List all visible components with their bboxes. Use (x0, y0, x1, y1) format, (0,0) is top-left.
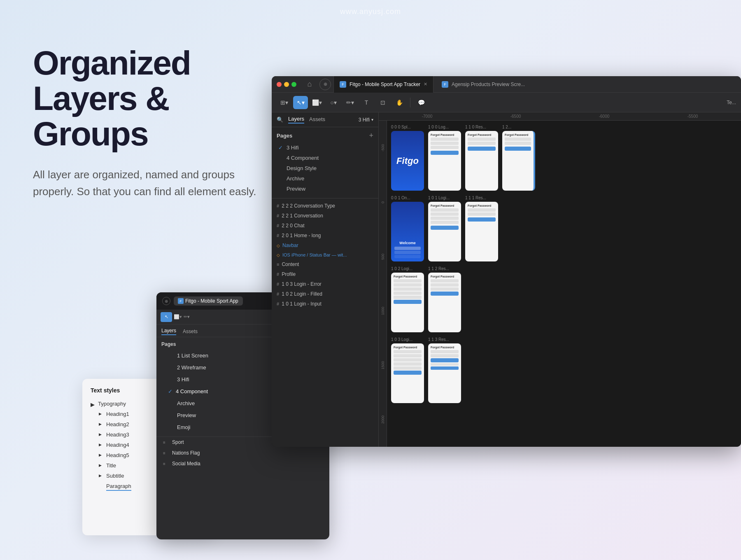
figma-body: 🔍 Layers Assets 3 Hifi ▾ Pages + ✓ 3 Hif… (272, 112, 741, 447)
layer-profile[interactable]: # Profile (272, 269, 378, 279)
screen-row1: Fitgo Forgot Password Forgot Passw (391, 131, 535, 191)
12x-input2 (505, 142, 531, 145)
mid-layer-social[interactable]: ≡ Social Media (156, 458, 329, 469)
mid-frame-tool[interactable]: ⬜▾ (174, 314, 182, 320)
layer-103-login-error[interactable]: # 1 0 3 Login - Error (272, 279, 378, 289)
layer-navbar[interactable]: ◇ Navbar (272, 240, 378, 250)
close-dot[interactable] (277, 82, 282, 87)
diamond-icon: ◇ (277, 253, 280, 257)
mid-tab-assets[interactable]: Assets (183, 329, 198, 334)
screen-label-000: 0 0 0 Spl... (391, 125, 424, 129)
103-button (394, 371, 422, 375)
hero-title: Organized Layers & Groups (33, 45, 272, 152)
check-placeholder: ✓ (278, 155, 284, 161)
113-input1 (431, 350, 459, 353)
hash-icon: # (277, 282, 279, 287)
hash-icon: # (277, 213, 279, 218)
102-input2 (394, 283, 422, 287)
layer-201-home-long[interactable]: # 2 0 1 Home - long (272, 231, 378, 240)
mid-tab-layers[interactable]: Layers (161, 328, 176, 335)
hero-title-line1: Organized (33, 44, 191, 82)
102-button (394, 300, 422, 304)
pages-add-button[interactable]: + (369, 131, 373, 140)
screen-label-111: 1 1 1 Res... (465, 196, 498, 200)
move-tool-btn[interactable]: ↖▾ (293, 96, 308, 109)
layer-220-chat[interactable]: # 2 2 0 Chat (272, 221, 378, 231)
hand-tool-btn[interactable]: ✋ (392, 96, 407, 109)
globe-tab[interactable]: ⊕ (319, 79, 331, 90)
113-title: Forgot Password (431, 346, 459, 349)
mid-move-tool[interactable]: ↖ (161, 312, 172, 322)
globe-icon-mid: ⊕ (162, 297, 170, 305)
component-tool-btn[interactable]: ⊡ (375, 96, 390, 109)
screen-row3: Forgot Password Forgot Password (391, 273, 535, 332)
panel-tabs-row: 🔍 Layers Assets 3 Hifi ▾ (272, 112, 378, 127)
page-item-preview[interactable]: ✓ Preview (277, 184, 373, 194)
lines-icon: ≡ (277, 262, 279, 267)
tab-layers[interactable]: Layers (288, 116, 304, 124)
ruler-tick: -6000 (560, 114, 648, 119)
login-input1 (431, 208, 459, 212)
tab-close-icon[interactable]: ✕ (424, 82, 427, 87)
lines-icon: ≡ (163, 440, 169, 445)
figma-left-panel: 🔍 Layers Assets 3 Hifi ▾ Pages + ✓ 3 Hif… (272, 112, 379, 447)
page-item-archive[interactable]: ✓ Archive (277, 173, 373, 184)
layer-102-login-filled[interactable]: # 1 0 2 Login - Filled (272, 289, 378, 299)
hifi-badge[interactable]: 3 Hifi ▾ (359, 117, 373, 123)
screen-splash: Fitgo (391, 131, 424, 191)
screen-res-110: Forgot Password (465, 131, 498, 191)
arrow-icon: ▶ (99, 474, 104, 478)
text-tool-btn[interactable]: T (359, 96, 374, 109)
screen-102-login: Forgot Password (391, 273, 424, 332)
screen-103-login: Forgot Password (391, 343, 424, 403)
103-input4 (394, 362, 422, 366)
res-button (468, 147, 496, 151)
tab-agensip[interactable]: F Agensip Products Preview Scre... (436, 76, 531, 93)
page-item-design-style[interactable]: ✓ Design Style (277, 163, 373, 173)
arrow-icon: ▶ (99, 432, 104, 437)
select-tool-btn[interactable]: ⊞▾ (277, 96, 291, 109)
arrow-icon: ▶ (91, 401, 96, 406)
layer-101-login-input[interactable]: # 1 0 1 Login - Input (272, 299, 378, 309)
check-placeholder: ✓ (168, 413, 174, 418)
102-input3 (394, 287, 422, 291)
screen-label-12x: 1 2... (502, 125, 535, 129)
ruler-tick-v: 2000 (381, 392, 385, 447)
figma-titlebar: ⌂ ⊕ F Fitgo - Mobile Sport App Tracker ✕… (272, 76, 741, 93)
mid-pages-label: Pages (161, 341, 176, 347)
page-item-4component[interactable]: ✓ 4 Component (277, 153, 373, 163)
ruler-tick-v: -500 (381, 121, 385, 175)
hash-icon: # (277, 292, 279, 296)
mid-layer-nations[interactable]: ≡ Nations Flag (156, 448, 329, 458)
check-placeholder: ✓ (168, 401, 174, 406)
home-tab[interactable]: ⌂ (302, 77, 317, 92)
pen-tool-btn[interactable]: ✏▾ (343, 96, 357, 109)
screen-111-res: Forgot Password (465, 202, 498, 261)
fp-button (431, 151, 459, 155)
layer-221-conversation[interactable]: # 2 2 1 Conversation (272, 211, 378, 221)
frame-tool-btn[interactable]: ⬜▾ (310, 96, 324, 109)
figma-icon-mid: F (178, 298, 184, 304)
maximize-dot[interactable] (291, 82, 296, 87)
mid-tab-fitgo[interactable]: F Fitgo - Mobile Sport App (174, 296, 243, 306)
12x-input1 (505, 138, 531, 141)
page-item-3hifi[interactable]: ✓ 3 Hifi (277, 142, 373, 153)
layer-ios-statusbar[interactable]: ◇ IOS iPhone / Status Bar — wit... (272, 250, 378, 259)
screen-label-002: 1 0 2 Logi... (391, 266, 424, 271)
check-icon: ✓ (168, 388, 172, 394)
shape-tool-btn[interactable]: ○▾ (326, 96, 341, 109)
tab-assets[interactable]: Assets (309, 116, 325, 123)
comment-tool-btn[interactable]: 💬 (414, 96, 429, 109)
check-icon: ✓ (278, 145, 284, 151)
tab-fitgo-active[interactable]: F Fitgo - Mobile Sport App Tracker ✕ (333, 76, 433, 93)
103-input5 (394, 366, 422, 370)
screen-label-101: 1 0 1 Logi... (428, 196, 461, 200)
pages-header: Pages + (277, 131, 373, 140)
103-input1 (394, 350, 422, 353)
screen-labels-row1: 0 0 0 Spl... 1 0 0 Log... 1 1 0 Res... 1… (391, 125, 535, 131)
minimize-dot[interactable] (284, 82, 289, 87)
mid-pen-tool[interactable]: ✏▾ (184, 314, 190, 320)
screen-label-112: 1 1 2 Res... (428, 266, 461, 271)
layer-content[interactable]: ≡ Content (272, 259, 378, 269)
layer-222-conversation-type[interactable]: # 2 2 2 Conversation Type (272, 201, 378, 211)
